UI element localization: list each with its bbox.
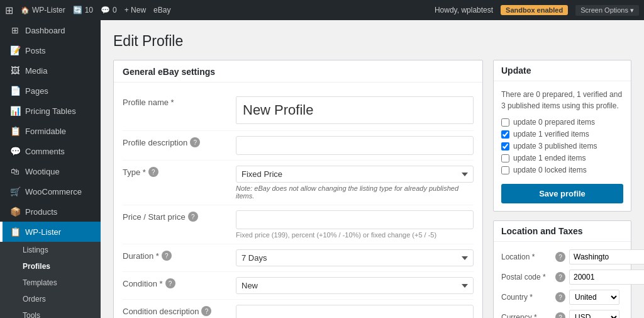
update-panel-title: Update: [494, 60, 631, 81]
pricing-icon: 📊: [10, 106, 20, 116]
profile-name-label: Profile name *: [123, 98, 231, 107]
wootique-icon: 🛍: [10, 166, 20, 176]
sidebar-item-label: Formidable: [25, 127, 66, 136]
wp-logo[interactable]: ⊞: [5, 4, 13, 16]
save-profile-button[interactable]: Save profile: [501, 184, 623, 203]
sidebar-item-pages[interactable]: 📄 Pages: [0, 81, 101, 101]
submenu-item-profiles[interactable]: Profiles: [0, 258, 101, 275]
sidebar-item-label: Wootique: [25, 167, 60, 176]
country-help-icon[interactable]: ?: [555, 292, 565, 302]
general-settings-box: General eBay settings Profile name *: [113, 60, 483, 318]
location-row: Location * ?: [501, 249, 623, 264]
update-count[interactable]: 🔄 10: [73, 6, 93, 14]
duration-help-icon[interactable]: ?: [162, 251, 172, 261]
condition-desc-help-icon[interactable]: ?: [201, 306, 211, 316]
profile-description-help-icon[interactable]: ?: [190, 137, 200, 147]
price-label: Price / Start price ?: [123, 212, 231, 222]
price-input[interactable]: [236, 210, 474, 229]
screen-options-button[interactable]: Screen Options ▾: [575, 5, 639, 16]
type-help-icon[interactable]: ?: [148, 167, 158, 177]
postal-row: Postal code * ?: [501, 270, 623, 285]
currency-select[interactable]: USD: [569, 310, 619, 318]
location-input[interactable]: [569, 249, 644, 264]
condition-select[interactable]: New: [236, 277, 474, 294]
comment-count[interactable]: 💬 0: [101, 6, 117, 14]
postal-input[interactable]: [569, 270, 644, 285]
sidebar-item-wootique[interactable]: 🛍 Wootique: [0, 161, 101, 181]
profile-name-input[interactable]: [236, 96, 474, 124]
sidebar-item-products[interactable]: 📦 Products: [0, 202, 101, 222]
sidebar-item-formidable[interactable]: 📋 Formidable: [0, 121, 101, 141]
location-help-icon[interactable]: ?: [555, 252, 565, 262]
checkbox-locked: update 0 locked items: [501, 166, 623, 174]
formidable-icon: 📋: [10, 126, 20, 136]
price-hint: Fixed price (199), percent (+10% / -10%)…: [236, 231, 474, 239]
sidebar-item-label: Posts: [25, 46, 46, 55]
checkbox-ended: update 1 ended items: [501, 154, 623, 162]
checkbox-ended-label: update 1 ended items: [513, 154, 586, 162]
profile-description-input[interactable]: [236, 136, 474, 155]
sandbox-badge: Sandbox enabled: [501, 5, 568, 15]
checkbox-prepared: update 0 prepared items: [501, 118, 623, 127]
site-name[interactable]: 🏠 WP-Lister: [21, 6, 65, 14]
main-content: Edit Profile General eBay settings Prof: [101, 20, 644, 318]
currency-help-icon[interactable]: ?: [555, 312, 565, 318]
type-note: Note: eBay does not allow changing the l…: [236, 185, 474, 200]
checkbox-ended-input[interactable]: [501, 154, 509, 162]
checkbox-verified-input[interactable]: [501, 130, 509, 139]
location-label: Location *: [501, 253, 552, 261]
country-row: Country * ? United: [501, 290, 623, 305]
new-button[interactable]: + New: [125, 6, 146, 14]
duration-select[interactable]: 7 Days: [236, 249, 474, 266]
sidebar-item-label: WooCommerce: [25, 187, 82, 196]
update-panel: Update There are 0 prepared, 1 verified …: [493, 60, 631, 212]
duration-label: Duration * ?: [123, 251, 231, 261]
pages-icon: 📄: [10, 86, 20, 96]
price-help-icon[interactable]: ?: [188, 212, 198, 222]
adminbar-right: Howdy, wplabtest Sandbox enabled Screen …: [435, 5, 639, 16]
sidebar-item-media[interactable]: 🖼 Media: [0, 60, 101, 81]
condition-help-icon[interactable]: ?: [165, 278, 175, 288]
sidebar: ⊞ Dashboard 📝 Posts 🖼 Media 📄 Pages 📊 Pr…: [0, 20, 101, 318]
checkbox-published-input[interactable]: [501, 142, 509, 150]
checkbox-published-label: update 3 published items: [513, 142, 597, 150]
checkbox-verified: update 1 verified items: [501, 130, 623, 139]
left-column: General eBay settings Profile name *: [113, 60, 483, 318]
update-status-text: There are 0 prepared, 1 verified and 3 p…: [501, 89, 623, 111]
postal-help-icon[interactable]: ?: [555, 272, 565, 282]
checkbox-locked-input[interactable]: [501, 166, 509, 174]
submenu-item-tools[interactable]: Tools: [0, 307, 101, 318]
posts-icon: 📝: [10, 45, 20, 55]
country-label: Country *: [501, 293, 552, 302]
type-select[interactable]: Fixed Price: [236, 166, 474, 183]
checkbox-verified-label: update 1 verified items: [513, 130, 589, 139]
country-select[interactable]: United: [569, 290, 619, 305]
sidebar-item-posts[interactable]: 📝 Posts: [0, 40, 101, 60]
condition-desc-input[interactable]: [236, 305, 474, 318]
right-column: Update There are 0 prepared, 1 verified …: [493, 60, 631, 318]
sidebar-item-comments[interactable]: 💬 Comments: [0, 141, 101, 161]
sidebar-item-wp-lister[interactable]: 📋 WP-Lister: [0, 222, 101, 242]
checkbox-prepared-input[interactable]: [501, 118, 509, 127]
chevron-down-icon: ▾: [630, 6, 634, 14]
comments-icon: 💬: [10, 146, 20, 156]
type-label: Type * ?: [123, 167, 231, 177]
sidebar-item-label: Pricing Tables: [25, 106, 76, 116]
currency-row: Currency * ? USD: [501, 310, 623, 318]
products-icon: 📦: [10, 207, 20, 217]
general-settings-form: Profile name * Profile de: [123, 91, 474, 318]
sidebar-item-woocommerce[interactable]: 🛒 WooCommerce: [0, 181, 101, 202]
checkbox-published: update 3 published items: [501, 142, 623, 150]
admin-bar: ⊞ 🏠 WP-Lister 🔄 10 💬 0 + New eBay Howdy,…: [0, 0, 644, 20]
location-panel-title: Location and Taxes: [494, 221, 631, 242]
sidebar-item-dashboard[interactable]: ⊞ Dashboard: [0, 20, 101, 40]
checkbox-locked-label: update 0 locked items: [513, 166, 587, 174]
submenu-item-listings[interactable]: Listings: [0, 242, 101, 258]
checkbox-prepared-label: update 0 prepared items: [513, 118, 595, 127]
sidebar-item-pricing-tables[interactable]: 📊 Pricing Tables: [0, 101, 101, 121]
submenu-item-templates[interactable]: Templates: [0, 275, 101, 291]
woocommerce-icon: 🛒: [10, 186, 20, 196]
ebay-link[interactable]: eBay: [153, 6, 170, 14]
submenu-item-orders[interactable]: Orders: [0, 291, 101, 307]
condition-label: Condition * ?: [123, 278, 231, 288]
